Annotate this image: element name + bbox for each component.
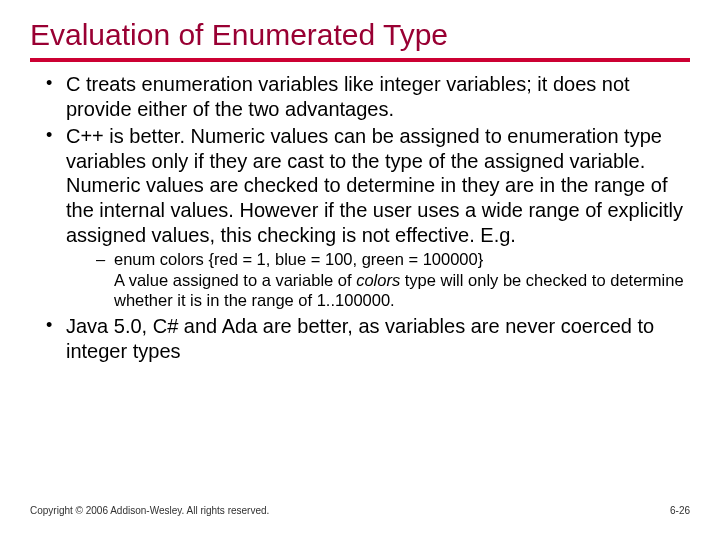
- sub-bullet-italic: colors: [356, 271, 400, 289]
- slide-content: C treats enumeration variables like inte…: [30, 72, 690, 363]
- bullet-item-2: C++ is better. Numeric values can be ass…: [44, 124, 690, 311]
- bullet-item-1: C treats enumeration variables like inte…: [44, 72, 690, 121]
- footer-page-number: 6-26: [670, 505, 690, 516]
- footer-copyright: Copyright © 2006 Addison-Wesley. All rig…: [30, 505, 269, 516]
- bullet-text-2: C++ is better. Numeric values can be ass…: [66, 125, 683, 245]
- sub-bullet-line1: enum colors {red = 1, blue = 100, green …: [114, 250, 483, 268]
- sub-bullet-list: enum colors {red = 1, blue = 100, green …: [66, 249, 690, 311]
- bullet-text-3: Java 5.0, C# and Ada are better, as vari…: [66, 315, 654, 362]
- title-underline: [30, 58, 690, 62]
- bullet-list: C treats enumeration variables like inte…: [30, 72, 690, 363]
- sub-bullet-item: enum colors {red = 1, blue = 100, green …: [96, 249, 690, 311]
- sub-bullet-line2a: A value assigned to a variable of: [114, 271, 356, 289]
- bullet-item-3: Java 5.0, C# and Ada are better, as vari…: [44, 314, 690, 363]
- slide-title: Evaluation of Enumerated Type: [30, 18, 690, 52]
- bullet-text-1: C treats enumeration variables like inte…: [66, 73, 630, 120]
- slide: Evaluation of Enumerated Type C treats e…: [0, 0, 720, 540]
